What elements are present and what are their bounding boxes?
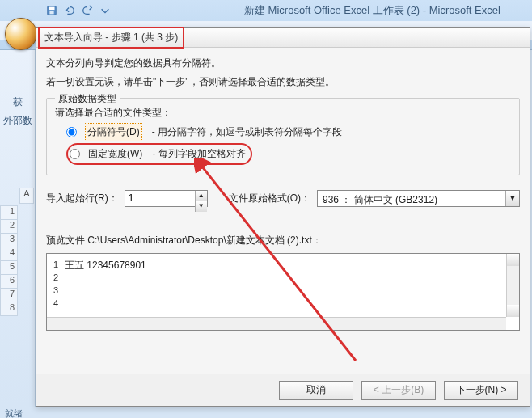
import-options-row: 导入起始行(R)： ▲ ▼ 文件原始格式(O)： 936 ： 简体中文 (GB2… <box>46 190 520 207</box>
preview-line: 1 王五 12345678901 <box>47 259 519 272</box>
dialog-title-text: 文本导入向导 - 步骤 1 (共 3 步) <box>38 27 184 49</box>
dialog-body: 文本分列向导判定您的数据具有分隔符。 若一切设置无误，请单击"下一步"，否则请选… <box>46 56 520 367</box>
preview-line: 3 <box>47 285 519 298</box>
radio-fixed-row[interactable]: 固定宽度(W) - 每列字段加空格对齐 <box>66 143 511 165</box>
original-data-type-group: 原始数据类型 请选择最合适的文件类型： 分隔符号(D) - 用分隔字符，如逗号或… <box>46 98 520 175</box>
chevron-down-icon[interactable]: ▼ <box>505 191 519 206</box>
vertical-scrollbar[interactable] <box>506 254 519 317</box>
row-header[interactable]: 1 <box>0 205 18 220</box>
radio-fixed-label: 固定宽度(W) <box>88 146 142 162</box>
qat-customize-icon[interactable] <box>97 2 113 19</box>
radio-delimited-desc: - 用分隔字符，如逗号或制表符分隔每个字段 <box>152 125 342 140</box>
save-icon[interactable] <box>44 2 60 19</box>
window-title: 新建 Microsoft Office Excel 工作表 (2) - Micr… <box>244 3 500 18</box>
annotation-highlight: 固定宽度(W) - 每列字段加空格对齐 <box>66 143 252 165</box>
undo-icon[interactable] <box>61 2 78 19</box>
dialog-titlebar: 文本导入向导 - 步骤 1 (共 3 步) <box>36 28 530 48</box>
preview-label: 预览文件 C:\Users\Administrator\Desktop\新建文本… <box>46 233 520 248</box>
preview-line-number: 4 <box>50 297 61 311</box>
dialog-footer: 取消 < 上一步(B) 下一步(N) > <box>36 374 530 406</box>
row-header[interactable]: 4 <box>0 247 18 261</box>
row-header[interactable]: 3 <box>0 233 18 247</box>
radio-delimited-row[interactable]: 分隔符号(D) - 用分隔字符，如逗号或制表符分隔每个字段 <box>66 123 511 141</box>
ribbon-label-2: 外部数 <box>2 114 33 128</box>
row-header[interactable]: 7 <box>0 288 18 302</box>
ribbon-label-1: 获 <box>2 95 33 109</box>
text-import-wizard-dialog: 文本导入向导 - 步骤 1 (共 3 步) 文本分列向导判定您的数据具有分隔符。… <box>36 27 530 407</box>
start-row-spinner[interactable]: ▲ ▼ <box>125 190 208 207</box>
row-headers-fragment: 1 2 3 4 5 6 7 8 <box>0 205 18 315</box>
row-header[interactable]: 8 <box>0 302 18 316</box>
radio-delimited[interactable] <box>66 127 77 137</box>
start-row-label: 导入起始行(R)： <box>46 191 118 206</box>
radio-delimited-label: 分隔符号(D) <box>85 123 142 141</box>
spinner-down-icon[interactable]: ▼ <box>195 201 207 212</box>
radio-fixed-desc: - 每列字段加空格对齐 <box>152 146 245 162</box>
intro-text-2: 若一切设置无误，请单击"下一步"，否则请选择最合适的数据类型。 <box>46 74 520 90</box>
col-header-a[interactable]: A <box>19 188 34 204</box>
status-text: 就绪 <box>5 408 23 418</box>
preview-line-number: 1 <box>50 258 61 272</box>
start-row-input[interactable] <box>125 191 195 206</box>
file-origin-combo[interactable]: 936 ： 简体中文 (GB2312) ▼ <box>317 190 520 207</box>
svg-rect-1 <box>49 7 55 11</box>
status-bar: 就绪 <box>0 407 532 418</box>
redo-icon[interactable] <box>79 2 95 19</box>
preview-line: 2 <box>47 272 519 285</box>
next-button[interactable]: 下一步(N) > <box>444 381 518 400</box>
horizontal-scrollbar[interactable] <box>47 317 506 330</box>
preview-line: 4 <box>47 298 519 310</box>
intro-text-1: 文本分列向导判定您的数据具有分隔符。 <box>46 56 520 71</box>
file-origin-value: 936 ： 简体中文 (GB2312) <box>318 191 505 206</box>
row-header[interactable]: 5 <box>0 260 18 275</box>
preview-line-number: 2 <box>50 271 61 285</box>
back-button[interactable]: < 上一步(B) <box>361 381 436 400</box>
spinner-up-icon[interactable]: ▲ <box>195 191 207 201</box>
radio-fixed-width[interactable] <box>70 149 80 159</box>
quick-access-toolbar: 新建 Microsoft Office Excel 工作表 (2) - Micr… <box>0 0 532 21</box>
office-button[interactable] <box>5 18 37 50</box>
preview-box: 1 王五 12345678901 2 3 4 <box>46 253 520 331</box>
column-header-fragment: A <box>19 188 34 203</box>
preview-line-number: 3 <box>50 284 61 298</box>
row-header[interactable]: 6 <box>0 274 18 289</box>
preview-line-text: 王五 12345678901 <box>61 258 146 273</box>
choose-type-label: 请选择最合适的文件类型： <box>55 105 511 120</box>
cancel-button[interactable]: 取消 <box>279 381 353 400</box>
svg-rect-2 <box>49 11 53 15</box>
group-legend: 原始数据类型 <box>55 91 120 107</box>
row-header[interactable]: 2 <box>0 219 18 234</box>
file-origin-label: 文件原始格式(O)： <box>229 191 310 206</box>
